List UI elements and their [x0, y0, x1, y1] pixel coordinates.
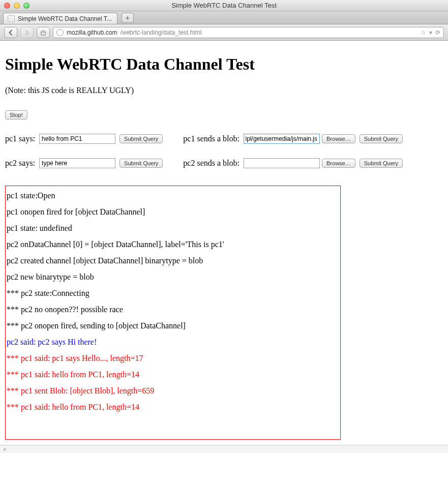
statusbar: ×	[0, 445, 448, 453]
page-note: (Note: this JS code is REALLY UGLY)	[5, 86, 443, 95]
statusbar-text: ×	[3, 446, 6, 452]
plus-icon: +	[126, 14, 130, 22]
log-line: *** pc2 state:Connecting	[7, 289, 339, 298]
page-content: Simple WebRTC Data Channel Test (Note: t…	[0, 41, 448, 445]
log-line: *** pc1 said: pc1 says Hello..., length=…	[7, 354, 339, 363]
page-heading: Simple WebRTC Data Channel Test	[5, 55, 443, 74]
log-line: *** pc2 onopen fired, sending to [object…	[7, 321, 339, 330]
tabbar: Simple WebRTC Data Channel T... +	[0, 11, 448, 24]
pc2-blob-file-field[interactable]	[244, 158, 320, 168]
log-line: *** pc1 sent Blob: [object Blob], length…	[7, 386, 339, 396]
log-line: pc1 state:Open	[7, 191, 339, 200]
pc1-says-submit[interactable]: Submit Query	[120, 134, 163, 143]
home-icon	[40, 29, 46, 36]
log-line: pc2 said: pc2 says Hi there!	[7, 338, 339, 347]
zoom-window-button[interactable]	[23, 3, 29, 9]
home-button[interactable]	[37, 27, 50, 38]
globe-icon	[56, 29, 64, 36]
pc2-blob-submit[interactable]: Submit Query	[360, 159, 403, 168]
pc1-blob-label: pc1 sends a blob:	[183, 134, 240, 143]
toolbar: mozilla.github.com/webrtc-landing/data_t…	[0, 24, 448, 41]
log-line: pc1 state: undefined	[7, 224, 339, 233]
minimize-window-button[interactable]	[14, 3, 20, 9]
pc2-blob-browse[interactable]: Browse…	[322, 159, 355, 168]
forward-button[interactable]	[20, 27, 34, 38]
pc2-says-input[interactable]	[39, 158, 115, 168]
close-window-button[interactable]	[4, 3, 10, 9]
url-actions: ☆ ▾ ⟳	[421, 29, 440, 36]
log-line: *** pc2 no onopen??! possible race	[7, 305, 339, 314]
reload-icon[interactable]: ⟳	[435, 29, 440, 36]
pc2-says-submit[interactable]: Submit Query	[120, 159, 163, 168]
log-line: *** pc1 said: hello from PC1, length=14	[7, 403, 339, 412]
page-icon	[8, 15, 15, 22]
dropdown-icon[interactable]: ▾	[429, 29, 432, 36]
traffic-lights	[4, 3, 29, 9]
back-button[interactable]	[4, 27, 17, 38]
back-icon	[8, 29, 14, 36]
pc2-says-label: pc2 says:	[5, 159, 35, 168]
pc2-blob-label: pc2 sends a blob:	[183, 159, 240, 168]
browser-tab[interactable]: Simple WebRTC Data Channel T...	[3, 13, 117, 24]
pc1-says-label: pc1 says:	[5, 134, 35, 143]
log-line: pc2 onDataChannel [0] = [object DataChan…	[7, 240, 339, 249]
log-line: *** pc1 said: hello from PC1, length=14	[7, 370, 339, 379]
log-panel[interactable]: pc1 state:Openpc1 onopen fired for [obje…	[5, 186, 341, 440]
new-tab-button[interactable]: +	[122, 13, 134, 23]
pc1-blob-file-field[interactable]: ipl/getusermedia/js/main.js	[244, 134, 320, 144]
log-line: pc2 created channel [object DataChannel]…	[7, 256, 339, 265]
pc1-blob-browse[interactable]: Browse…	[322, 134, 355, 143]
url-bar[interactable]: mozilla.github.com/webrtc-landing/data_t…	[53, 27, 444, 38]
pc1-blob-submit[interactable]: Submit Query	[360, 134, 403, 143]
forward-icon	[24, 29, 30, 36]
pc1-says-input[interactable]	[39, 134, 115, 144]
window-title: Simple WebRTC Data Channel Test	[0, 2, 448, 9]
url-host: mozilla.github.com	[67, 29, 117, 36]
url-path: /webrtc-landing/data_test.html	[120, 29, 201, 36]
svg-rect-0	[41, 32, 45, 35]
bookmark-star-icon[interactable]: ☆	[421, 29, 426, 36]
log-line: pc1 onopen fired for [object DataChannel…	[7, 207, 339, 217]
log-line: pc2 new binarytype = blob	[7, 272, 339, 282]
tab-label: Simple WebRTC Data Channel T...	[18, 15, 112, 22]
titlebar: Simple WebRTC Data Channel Test	[0, 0, 448, 11]
stop-button[interactable]: Stop!	[5, 110, 27, 119]
